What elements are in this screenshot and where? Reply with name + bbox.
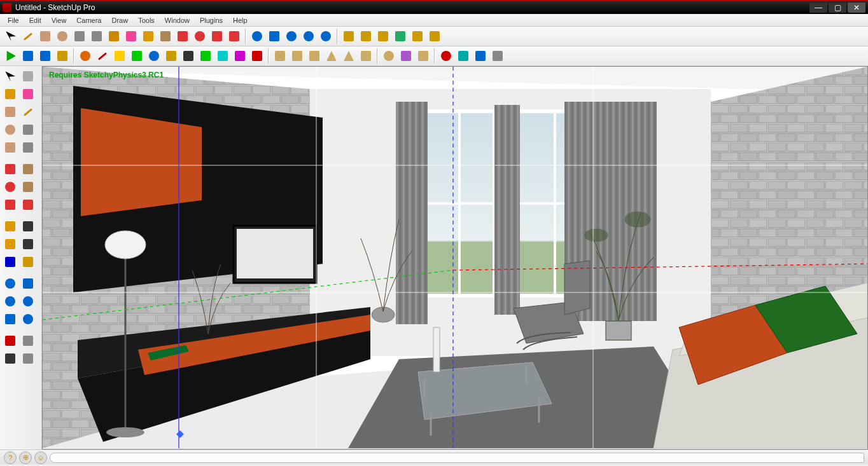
zoom-extents-button[interactable] — [19, 310, 37, 328]
status-help-icon[interactable]: ? — [4, 451, 17, 464]
3d-text-button[interactable] — [19, 253, 37, 271]
circle-button[interactable] — [1, 121, 19, 139]
prev-button[interactable] — [489, 48, 506, 64]
cone2-button[interactable] — [340, 48, 357, 64]
follow-me-button[interactable] — [226, 28, 242, 45]
follow-me-button[interactable] — [19, 178, 37, 196]
orbit-button[interactable] — [249, 28, 265, 45]
paint-bucket-button[interactable] — [140, 28, 157, 45]
offset-button[interactable] — [106, 28, 122, 45]
walk-button[interactable] — [1, 350, 19, 367]
box-button[interactable] — [272, 48, 288, 64]
maximize-button[interactable]: ▢ — [829, 3, 846, 13]
zoom-button[interactable] — [283, 28, 300, 45]
google-earth-button[interactable] — [392, 28, 409, 45]
cone-button[interactable] — [323, 48, 340, 64]
push-pull-button[interactable] — [19, 160, 37, 178]
3d-warehouse-button[interactable] — [426, 28, 443, 45]
status-geo-icon[interactable]: ⊕ — [19, 451, 32, 464]
zoom-window-button[interactable] — [300, 28, 317, 45]
blob-button[interactable] — [398, 48, 414, 64]
move-button[interactable] — [174, 28, 191, 45]
eraser-button[interactable] — [123, 28, 139, 45]
rectangle-button[interactable] — [1, 103, 19, 121]
upload-button[interactable] — [375, 28, 391, 45]
status-user-icon[interactable]: ☺ — [34, 451, 47, 464]
eraser-button[interactable] — [19, 85, 37, 103]
minimize-button[interactable]: — — [809, 3, 827, 13]
viewport[interactable]: Requires SketchyPhysics3 RC1 — [42, 66, 868, 449]
joint-button[interactable] — [249, 48, 265, 64]
look-around-button[interactable] — [19, 332, 37, 350]
arc-button[interactable] — [71, 28, 88, 45]
record-button[interactable] — [438, 48, 454, 64]
select-button[interactable] — [1, 67, 19, 85]
paint-button[interactable] — [1, 85, 19, 103]
close-button[interactable]: ✕ — [848, 3, 865, 13]
menu-edit[interactable]: Edit — [24, 15, 46, 25]
play-button[interactable] — [3, 48, 19, 64]
cylinder2-button[interactable] — [306, 48, 323, 64]
rotate-button[interactable] — [192, 28, 208, 45]
cylinder-button[interactable] — [289, 48, 305, 64]
axes-button[interactable] — [1, 253, 19, 271]
hull-button[interactable] — [197, 48, 214, 64]
scale-button[interactable] — [209, 28, 225, 45]
menu-tools[interactable]: Tools — [133, 15, 160, 25]
rotate-button[interactable] — [1, 178, 19, 196]
rewind-button[interactable] — [20, 48, 36, 64]
pan-button[interactable] — [19, 275, 37, 292]
section-button[interactable] — [19, 350, 37, 367]
tape-button[interactable] — [1, 217, 19, 235]
zoom-window-button[interactable] — [19, 292, 37, 310]
rectangle-button[interactable] — [37, 28, 53, 45]
push-pull-button[interactable] — [157, 28, 174, 45]
zoom-button[interactable] — [1, 292, 19, 310]
joint-settings-button[interactable] — [54, 48, 71, 64]
orbit-button[interactable] — [1, 275, 19, 292]
menu-camera[interactable]: Camera — [71, 15, 106, 25]
pencil2-button[interactable] — [94, 48, 111, 64]
pin-button[interactable] — [415, 48, 431, 64]
component-button[interactable] — [19, 67, 37, 85]
polygon-button[interactable] — [1, 139, 19, 156]
scale-button[interactable] — [1, 196, 19, 214]
select-arrow-button[interactable] — [3, 28, 19, 45]
share-model-button[interactable] — [358, 28, 374, 45]
protractor-button[interactable] — [1, 235, 19, 253]
menu-plugins[interactable]: Plugins — [195, 15, 228, 25]
freehand-button[interactable] — [88, 28, 105, 45]
position-camera-button[interactable] — [1, 332, 19, 350]
zoom-extents-button[interactable] — [318, 28, 334, 45]
floor-button[interactable] — [358, 48, 374, 64]
shade-button[interactable] — [180, 48, 197, 64]
pan-button[interactable] — [266, 28, 283, 45]
circle-button[interactable] — [54, 28, 71, 45]
curve-button[interactable] — [232, 48, 248, 64]
spring-button[interactable] — [214, 48, 231, 64]
ui-toggle-button[interactable] — [37, 48, 53, 64]
arc-button[interactable] — [19, 121, 37, 139]
menu-window[interactable]: Window — [160, 15, 195, 25]
previous-button[interactable] — [1, 310, 19, 328]
pencil-button[interactable] — [20, 28, 36, 45]
sphere-button[interactable] — [381, 48, 397, 64]
offset-button[interactable] — [19, 196, 37, 214]
freehand-button[interactable] — [19, 139, 37, 156]
circle2-button[interactable] — [146, 48, 162, 64]
menu-help[interactable]: Help — [228, 15, 253, 25]
text-button[interactable] — [19, 235, 37, 253]
tri-button[interactable] — [129, 48, 145, 64]
get-models-button[interactable] — [340, 28, 357, 45]
first-button[interactable] — [472, 48, 489, 64]
menu-view[interactable]: View — [46, 15, 72, 25]
refresh-button[interactable] — [77, 48, 94, 64]
polygon-button[interactable] — [111, 48, 128, 64]
place-model-button[interactable] — [409, 28, 426, 45]
dimension-button[interactable] — [19, 217, 37, 235]
line-button[interactable] — [19, 103, 37, 121]
export-button[interactable] — [455, 48, 472, 64]
menu-file[interactable]: File — [3, 15, 24, 25]
move-button[interactable] — [1, 160, 19, 178]
menu-draw[interactable]: Draw — [106, 15, 133, 25]
